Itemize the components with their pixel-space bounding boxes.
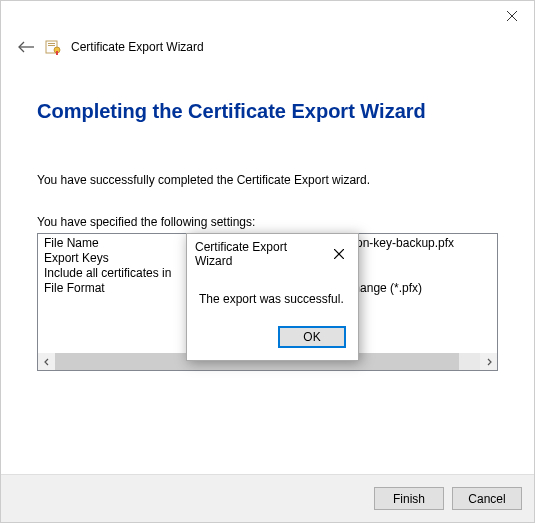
- close-icon: [334, 249, 344, 259]
- scroll-left-button[interactable]: [38, 353, 55, 370]
- dialog-title-text: Certificate Export Wizard: [195, 240, 325, 268]
- finish-button[interactable]: Finish: [374, 487, 444, 510]
- scroll-right-button[interactable]: [480, 353, 497, 370]
- dialog-message: The export was successful.: [187, 274, 358, 326]
- dialog-close-button[interactable]: [325, 249, 354, 259]
- message-dialog: Certificate Export Wizard The export was…: [186, 233, 359, 361]
- chevron-right-icon: [485, 358, 493, 366]
- dialog-titlebar: Certificate Export Wizard: [187, 234, 358, 274]
- certificate-icon: [45, 39, 61, 55]
- intro-text: You have successfully completed the Cert…: [37, 173, 498, 187]
- settings-label: You have specified the following setting…: [37, 215, 498, 229]
- window-titlebar: [1, 1, 534, 31]
- svg-rect-4: [48, 43, 55, 44]
- page-title: Completing the Certificate Export Wizard: [37, 100, 498, 123]
- chevron-left-icon: [43, 358, 51, 366]
- wizard-header: Certificate Export Wizard: [1, 31, 534, 75]
- back-arrow-icon: [17, 40, 35, 54]
- wizard-button-bar: Finish Cancel: [1, 474, 534, 522]
- wizard-title: Certificate Export Wizard: [71, 40, 204, 54]
- svg-rect-7: [56, 51, 58, 55]
- svg-rect-5: [48, 45, 55, 46]
- ok-button[interactable]: OK: [278, 326, 346, 348]
- dialog-button-row: OK: [187, 326, 358, 360]
- back-button[interactable]: [17, 40, 35, 54]
- window-close-button[interactable]: [489, 1, 534, 31]
- cancel-button[interactable]: Cancel: [452, 487, 522, 510]
- close-icon: [507, 11, 517, 21]
